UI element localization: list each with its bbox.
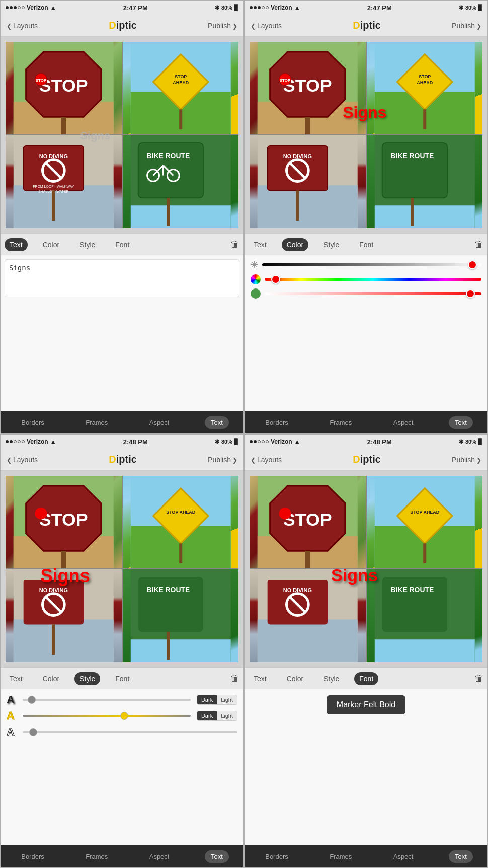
bluetooth-icon-1: ✱ — [215, 5, 219, 11]
shadow-letter: A — [7, 693, 19, 706]
tab-color-1[interactable]: Color — [38, 238, 64, 251]
dot1-2 — [250, 6, 253, 9]
app-title-2: Diptic — [353, 20, 381, 31]
tab-color-3[interactable]: Color — [38, 672, 64, 685]
bottom-tab-frames-3[interactable]: Frames — [79, 850, 114, 863]
bottom-tab-text-4[interactable]: Text — [449, 850, 473, 863]
battery-4: 80% — [465, 439, 476, 445]
bottom-tab-frames-4[interactable]: Frames — [323, 850, 358, 863]
bottom-tab-borders-3[interactable]: Borders — [15, 850, 50, 863]
title-rest-4: iptic — [360, 454, 381, 465]
tab-style-1[interactable]: Style — [74, 238, 100, 251]
svg-rect-23 — [130, 205, 230, 228]
svg-text:STOP: STOP — [280, 78, 291, 83]
bottom-tab-borders-4[interactable]: Borders — [259, 850, 294, 863]
bottom-tab-borders-1[interactable]: Borders — [15, 416, 50, 429]
dot5-3 — [22, 440, 25, 443]
bottom-tab-aspect-1[interactable]: Aspect — [143, 416, 176, 429]
tab-font-3[interactable]: Font — [110, 672, 134, 685]
saturation-thumb[interactable] — [466, 289, 475, 298]
bottom-tab-borders-2[interactable]: Borders — [259, 416, 294, 429]
glow-track[interactable] — [23, 731, 237, 733]
stroke-dark-btn[interactable]: Dark — [197, 711, 217, 720]
brightness-track[interactable] — [262, 263, 481, 266]
photo-bike-route-2: BIKE ROUTE — [367, 135, 483, 228]
stroke-thumb[interactable] — [120, 712, 128, 720]
tab-font-4[interactable]: Font — [354, 672, 378, 685]
publish-button-2[interactable]: Publish — [452, 22, 481, 30]
hue-track[interactable] — [265, 278, 481, 281]
back-button-1[interactable]: Layouts — [7, 22, 38, 30]
wifi-icon-4: ▲ — [294, 438, 300, 445]
trash-icon-4[interactable]: 🗑 — [474, 673, 483, 684]
tab-text-1[interactable]: Text — [5, 238, 28, 251]
brightness-row: ✳ — [251, 259, 481, 270]
tab-text-4[interactable]: Text — [249, 672, 272, 685]
saturation-track[interactable] — [265, 292, 481, 295]
signal-1 — [6, 6, 25, 9]
stroke-light-btn[interactable]: Light — [217, 711, 237, 720]
photo-grid-1: STOP STOP STOP AHEAD — [6, 42, 238, 228]
title-rest-2: iptic — [360, 20, 381, 31]
tab-color-4[interactable]: Color — [282, 672, 308, 685]
bottom-tab-text-3[interactable]: Text — [205, 850, 229, 863]
shadow-row: A Dark Light — [7, 693, 237, 706]
collage-4: STOP STOP AHEAD N — [250, 476, 482, 662]
shadow-thumb[interactable] — [28, 696, 36, 704]
back-button-2[interactable]: Layouts — [251, 22, 282, 30]
collage-1: STOP STOP STOP AHEAD — [6, 42, 238, 228]
bottom-tab-text-1[interactable]: Text — [205, 416, 229, 429]
bottom-tabs-4: Borders Frames Aspect Text — [245, 845, 487, 867]
dot1 — [6, 6, 9, 9]
time-1: 2:47 PM — [123, 4, 148, 12]
back-button-4[interactable]: Layouts — [251, 456, 282, 464]
tab-font-1[interactable]: Font — [110, 238, 134, 251]
text-input-1[interactable]: Signs — [5, 259, 239, 297]
bottom-tab-frames-1[interactable]: Frames — [79, 416, 114, 429]
stroke-track[interactable] — [23, 715, 191, 717]
photo-grid-4: STOP STOP AHEAD N — [250, 476, 482, 662]
tab-style-2[interactable]: Style — [318, 238, 344, 251]
tab-style-4[interactable]: Style — [318, 672, 344, 685]
trash-icon-2[interactable]: 🗑 — [474, 239, 483, 250]
tab-style-3[interactable]: Style — [74, 672, 100, 685]
brightness-thumb[interactable] — [468, 260, 477, 269]
app-title-1: Diptic — [109, 20, 137, 31]
photo-no-diving-4: NO DIVING — [250, 569, 366, 662]
svg-text:NO DIVING: NO DIVING — [39, 153, 68, 159]
bottom-tab-aspect-2[interactable]: Aspect — [387, 416, 420, 429]
back-button-3[interactable]: Layouts — [7, 456, 38, 464]
tab-color-2[interactable]: Color — [282, 238, 308, 251]
font-name-display[interactable]: Marker Felt Bold — [327, 695, 405, 714]
svg-text:AHEAD: AHEAD — [173, 80, 189, 85]
signal-3 — [6, 440, 25, 443]
shadow-dark-btn[interactable]: Dark — [197, 695, 217, 704]
publish-button-4[interactable]: Publish — [452, 456, 481, 464]
bottom-tab-aspect-4[interactable]: Aspect — [387, 850, 420, 863]
carrier-1: Verizon — [27, 4, 48, 11]
publish-button-1[interactable]: Publish — [208, 22, 237, 30]
tab-text-3[interactable]: Text — [5, 672, 28, 685]
shadow-light-btn[interactable]: Light — [217, 695, 237, 704]
shadow-track[interactable] — [23, 699, 191, 701]
trash-icon-3[interactable]: 🗑 — [230, 673, 239, 684]
status-left-1: Verizon ▲ — [6, 4, 56, 11]
glow-thumb[interactable] — [29, 728, 37, 736]
svg-rect-53 — [374, 205, 474, 228]
svg-rect-6 — [61, 117, 66, 134]
publish-button-3[interactable]: Publish — [208, 456, 237, 464]
hue-thumb[interactable] — [271, 275, 280, 284]
photo-no-diving-3: NO DIVING — [6, 569, 122, 662]
svg-rect-79 — [167, 632, 170, 660]
trash-icon-1[interactable]: 🗑 — [230, 239, 239, 250]
dot2 — [10, 6, 13, 9]
svg-rect-46 — [258, 185, 358, 228]
bottom-tab-text-2[interactable]: Text — [449, 416, 473, 429]
nav-bar-4: Layouts Diptic Publish — [245, 449, 487, 471]
tab-text-2[interactable]: Text — [249, 238, 272, 251]
divider-v-2 — [366, 42, 367, 228]
tab-font-2[interactable]: Font — [354, 238, 378, 251]
bottom-tab-aspect-3[interactable]: Aspect — [143, 850, 176, 863]
dot2-3 — [10, 440, 13, 443]
bottom-tab-frames-2[interactable]: Frames — [323, 416, 358, 429]
